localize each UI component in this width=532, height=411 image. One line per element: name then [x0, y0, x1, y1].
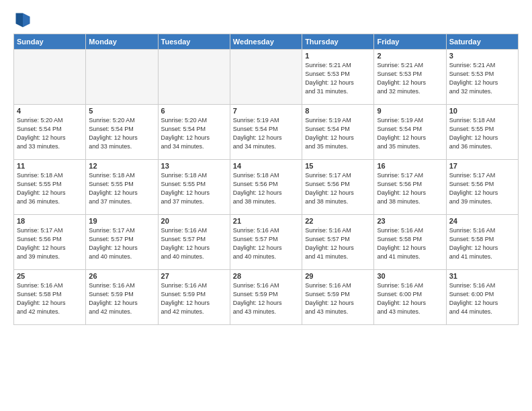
day-cell: 23Sunrise: 5:16 AM Sunset: 5:58 PM Dayli… — [374, 215, 446, 270]
header — [13, 11, 519, 30]
day-number: 11 — [17, 162, 83, 170]
day-cell — [158, 50, 230, 105]
day-cell: 25Sunrise: 5:16 AM Sunset: 5:58 PM Dayli… — [14, 270, 86, 325]
day-info: Sunrise: 5:16 AM Sunset: 5:59 PM Dayligh… — [305, 281, 371, 316]
day-info: Sunrise: 5:19 AM Sunset: 5:54 PM Dayligh… — [233, 116, 299, 151]
weekday-saturday: Saturday — [446, 34, 518, 50]
page: SundayMondayTuesdayWednesdayThursdayFrid… — [0, 0, 532, 411]
weekday-tuesday: Tuesday — [158, 34, 230, 50]
day-number: 1 — [305, 52, 371, 60]
day-number: 5 — [89, 107, 154, 115]
day-info: Sunrise: 5:20 AM Sunset: 5:54 PM Dayligh… — [161, 116, 227, 151]
day-cell — [14, 50, 86, 105]
day-info: Sunrise: 5:16 AM Sunset: 5:57 PM Dayligh… — [233, 226, 299, 261]
day-info: Sunrise: 5:18 AM Sunset: 5:55 PM Dayligh… — [161, 171, 227, 206]
day-cell: 14Sunrise: 5:18 AM Sunset: 5:56 PM Dayli… — [230, 160, 302, 215]
day-info: Sunrise: 5:19 AM Sunset: 5:54 PM Dayligh… — [377, 116, 443, 151]
day-info: Sunrise: 5:17 AM Sunset: 5:56 PM Dayligh… — [305, 171, 371, 206]
calendar: SundayMondayTuesdayWednesdayThursdayFrid… — [13, 34, 519, 325]
day-number: 16 — [377, 162, 443, 170]
day-number: 27 — [161, 272, 227, 280]
day-number: 30 — [377, 272, 443, 280]
day-cell: 31Sunrise: 5:16 AM Sunset: 6:00 PM Dayli… — [446, 270, 518, 325]
day-number: 22 — [305, 217, 371, 225]
day-cell: 17Sunrise: 5:17 AM Sunset: 5:56 PM Dayli… — [446, 160, 518, 215]
day-cell: 13Sunrise: 5:18 AM Sunset: 5:55 PM Dayli… — [158, 160, 230, 215]
day-number: 20 — [161, 217, 227, 225]
day-number: 2 — [377, 52, 443, 60]
day-cell: 15Sunrise: 5:17 AM Sunset: 5:56 PM Dayli… — [302, 160, 374, 215]
day-number: 3 — [449, 52, 515, 60]
day-info: Sunrise: 5:19 AM Sunset: 5:54 PM Dayligh… — [305, 116, 371, 151]
day-cell: 21Sunrise: 5:16 AM Sunset: 5:57 PM Dayli… — [230, 215, 302, 270]
day-info: Sunrise: 5:17 AM Sunset: 5:57 PM Dayligh… — [89, 226, 154, 261]
week-row-4: 18Sunrise: 5:17 AM Sunset: 5:56 PM Dayli… — [14, 215, 519, 270]
svg-marker-2 — [16, 13, 24, 28]
day-cell: 1Sunrise: 5:21 AM Sunset: 5:53 PM Daylig… — [302, 50, 374, 105]
day-cell: 18Sunrise: 5:17 AM Sunset: 5:56 PM Dayli… — [14, 215, 86, 270]
day-number: 28 — [233, 272, 299, 280]
day-number: 21 — [233, 217, 299, 225]
day-cell: 22Sunrise: 5:16 AM Sunset: 5:57 PM Dayli… — [302, 215, 374, 270]
day-info: Sunrise: 5:20 AM Sunset: 5:54 PM Dayligh… — [89, 116, 154, 151]
day-cell: 2Sunrise: 5:21 AM Sunset: 5:53 PM Daylig… — [374, 50, 446, 105]
day-number: 24 — [449, 217, 515, 225]
weekday-friday: Friday — [374, 34, 446, 50]
day-info: Sunrise: 5:16 AM Sunset: 5:59 PM Dayligh… — [233, 281, 299, 316]
day-cell — [86, 50, 158, 105]
day-info: Sunrise: 5:17 AM Sunset: 5:56 PM Dayligh… — [17, 226, 83, 261]
day-cell: 9Sunrise: 5:19 AM Sunset: 5:54 PM Daylig… — [374, 105, 446, 160]
day-cell: 10Sunrise: 5:18 AM Sunset: 5:55 PM Dayli… — [446, 105, 518, 160]
day-cell: 24Sunrise: 5:16 AM Sunset: 5:58 PM Dayli… — [446, 215, 518, 270]
day-info: Sunrise: 5:21 AM Sunset: 5:53 PM Dayligh… — [449, 61, 515, 96]
day-cell: 27Sunrise: 5:16 AM Sunset: 5:59 PM Dayli… — [158, 270, 230, 325]
day-info: Sunrise: 5:18 AM Sunset: 5:55 PM Dayligh… — [449, 116, 515, 151]
day-cell: 20Sunrise: 5:16 AM Sunset: 5:57 PM Dayli… — [158, 215, 230, 270]
day-info: Sunrise: 5:21 AM Sunset: 5:53 PM Dayligh… — [305, 61, 371, 96]
day-number: 9 — [377, 107, 443, 115]
day-info: Sunrise: 5:16 AM Sunset: 5:58 PM Dayligh… — [17, 281, 83, 316]
day-info: Sunrise: 5:17 AM Sunset: 5:56 PM Dayligh… — [449, 171, 515, 206]
day-info: Sunrise: 5:18 AM Sunset: 5:55 PM Dayligh… — [89, 171, 154, 206]
day-number: 13 — [161, 162, 227, 170]
day-info: Sunrise: 5:18 AM Sunset: 5:56 PM Dayligh… — [233, 171, 299, 206]
day-number: 10 — [449, 107, 515, 115]
day-number: 4 — [17, 107, 83, 115]
day-cell: 4Sunrise: 5:20 AM Sunset: 5:54 PM Daylig… — [14, 105, 86, 160]
day-cell: 6Sunrise: 5:20 AM Sunset: 5:54 PM Daylig… — [158, 105, 230, 160]
logo — [13, 11, 35, 30]
day-number: 17 — [449, 162, 515, 170]
week-row-5: 25Sunrise: 5:16 AM Sunset: 5:58 PM Dayli… — [14, 270, 519, 325]
day-info: Sunrise: 5:16 AM Sunset: 5:57 PM Dayligh… — [161, 226, 227, 261]
day-cell: 7Sunrise: 5:19 AM Sunset: 5:54 PM Daylig… — [230, 105, 302, 160]
day-cell: 28Sunrise: 5:16 AM Sunset: 5:59 PM Dayli… — [230, 270, 302, 325]
weekday-monday: Monday — [86, 34, 158, 50]
day-number: 29 — [305, 272, 371, 280]
day-info: Sunrise: 5:16 AM Sunset: 6:00 PM Dayligh… — [377, 281, 443, 316]
day-info: Sunrise: 5:20 AM Sunset: 5:54 PM Dayligh… — [17, 116, 83, 151]
day-number: 14 — [233, 162, 299, 170]
weekday-header-row: SundayMondayTuesdayWednesdayThursdayFrid… — [14, 34, 519, 50]
day-number: 25 — [17, 272, 83, 280]
day-number: 19 — [89, 217, 154, 225]
day-number: 8 — [305, 107, 371, 115]
day-info: Sunrise: 5:16 AM Sunset: 5:58 PM Dayligh… — [449, 226, 515, 261]
day-cell: 29Sunrise: 5:16 AM Sunset: 5:59 PM Dayli… — [302, 270, 374, 325]
day-number: 18 — [17, 217, 83, 225]
logo-icon — [13, 11, 32, 30]
day-info: Sunrise: 5:16 AM Sunset: 5:58 PM Dayligh… — [377, 226, 443, 261]
day-info: Sunrise: 5:21 AM Sunset: 5:53 PM Dayligh… — [377, 61, 443, 96]
week-row-2: 4Sunrise: 5:20 AM Sunset: 5:54 PM Daylig… — [14, 105, 519, 160]
day-number: 15 — [305, 162, 371, 170]
week-row-1: 1Sunrise: 5:21 AM Sunset: 5:53 PM Daylig… — [14, 50, 519, 105]
day-cell: 8Sunrise: 5:19 AM Sunset: 5:54 PM Daylig… — [302, 105, 374, 160]
day-number: 23 — [377, 217, 443, 225]
day-cell: 26Sunrise: 5:16 AM Sunset: 5:59 PM Dayli… — [86, 270, 158, 325]
day-info: Sunrise: 5:16 AM Sunset: 6:00 PM Dayligh… — [449, 281, 515, 316]
weekday-sunday: Sunday — [14, 34, 86, 50]
day-cell: 19Sunrise: 5:17 AM Sunset: 5:57 PM Dayli… — [86, 215, 158, 270]
day-info: Sunrise: 5:16 AM Sunset: 5:59 PM Dayligh… — [161, 281, 227, 316]
day-info: Sunrise: 5:18 AM Sunset: 5:55 PM Dayligh… — [17, 171, 83, 206]
day-number: 12 — [89, 162, 154, 170]
day-info: Sunrise: 5:16 AM Sunset: 5:57 PM Dayligh… — [305, 226, 371, 261]
